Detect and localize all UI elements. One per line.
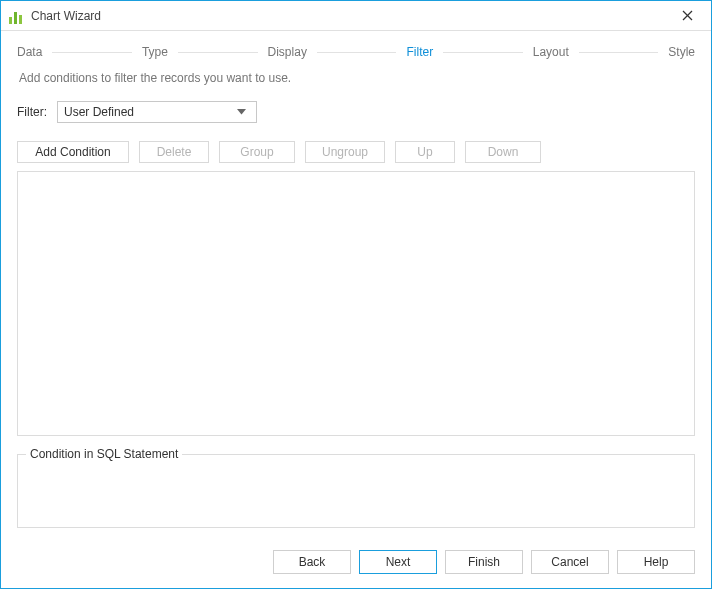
step-layout[interactable]: Layout (533, 45, 569, 59)
filter-row: Filter: User Defined (17, 101, 695, 123)
add-condition-button[interactable]: Add Condition (17, 141, 129, 163)
chevron-down-icon (232, 102, 250, 122)
condition-toolbar: Add Condition Delete Group Ungroup Up Do… (17, 141, 695, 163)
chart-icon (9, 8, 25, 24)
filter-select-value: User Defined (64, 105, 232, 119)
close-icon (682, 10, 693, 21)
finish-button[interactable]: Finish (445, 550, 523, 574)
back-button[interactable]: Back (273, 550, 351, 574)
content-area: Filter: User Defined Add Condition Delet… (1, 101, 711, 540)
sql-statement-legend: Condition in SQL Statement (26, 447, 182, 461)
step-filter[interactable]: Filter (406, 45, 433, 59)
window-title: Chart Wizard (31, 9, 671, 23)
ungroup-button[interactable]: Ungroup (305, 141, 385, 163)
conditions-list[interactable] (17, 171, 695, 436)
sql-statement-group: Condition in SQL Statement (17, 454, 695, 528)
step-subtitle: Add conditions to filter the records you… (1, 65, 711, 101)
step-display[interactable]: Display (268, 45, 307, 59)
delete-button[interactable]: Delete (139, 141, 209, 163)
filter-label: Filter: (17, 105, 47, 119)
up-button[interactable]: Up (395, 141, 455, 163)
help-button[interactable]: Help (617, 550, 695, 574)
step-style[interactable]: Style (668, 45, 695, 59)
svg-marker-2 (237, 109, 246, 115)
titlebar: Chart Wizard (1, 1, 711, 31)
group-button[interactable]: Group (219, 141, 295, 163)
cancel-button[interactable]: Cancel (531, 550, 609, 574)
step-data[interactable]: Data (17, 45, 42, 59)
next-button[interactable]: Next (359, 550, 437, 574)
chart-wizard-window: Chart Wizard Data Type Display Filter La… (0, 0, 712, 589)
step-type[interactable]: Type (142, 45, 168, 59)
down-button[interactable]: Down (465, 141, 541, 163)
close-button[interactable] (671, 4, 703, 28)
wizard-footer: Back Next Finish Cancel Help (1, 540, 711, 588)
wizard-steps: Data Type Display Filter Layout Style (1, 31, 711, 65)
filter-select[interactable]: User Defined (57, 101, 257, 123)
